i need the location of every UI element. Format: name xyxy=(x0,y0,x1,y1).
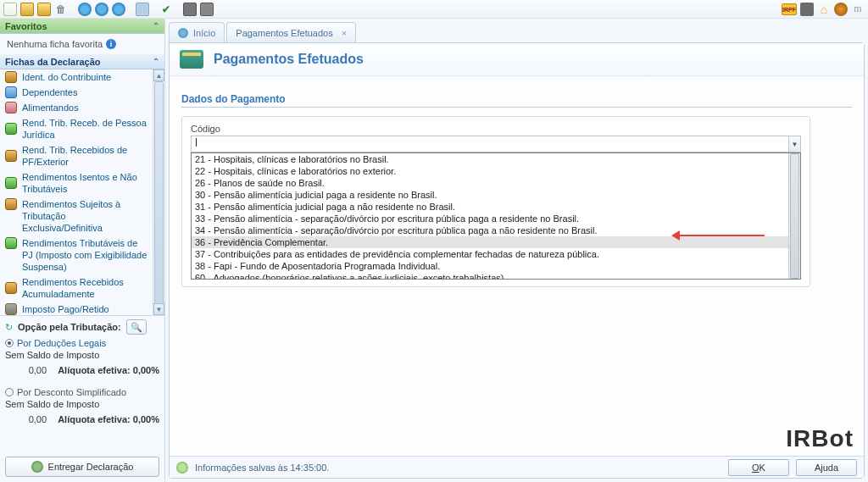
tab-home[interactable]: Início xyxy=(169,22,225,42)
radio-deducoes[interactable]: Por Deduções Legais xyxy=(5,338,159,348)
content-area: Início Pagamentos Efetuados × Pagamentos… xyxy=(165,19,868,482)
dropdown-option[interactable]: 22 - Hospitais, clínicas e laboratórios … xyxy=(192,165,800,177)
ficha-item[interactable]: Ident. do Contribuinte xyxy=(0,69,153,85)
chevron-up-icon: ⌃ xyxy=(153,57,159,66)
codigo-dropdown[interactable]: 21 - Hospitais, clínicas e laboratórios … xyxy=(191,152,801,280)
check-icon[interactable]: ✔ xyxy=(159,3,173,16)
doc-icon[interactable] xyxy=(183,3,197,16)
tab-active-label: Pagamentos Efetuados xyxy=(236,28,332,38)
section-title: Dados do Pagamento xyxy=(181,93,852,105)
tab-close-icon[interactable]: × xyxy=(342,28,347,38)
tab-active[interactable]: Pagamentos Efetuados × xyxy=(226,22,356,42)
radio-simplificado-label: Por Desconto Simplificado xyxy=(17,387,126,397)
ficha-item[interactable]: Dependentes xyxy=(0,85,153,100)
scroll-down-icon[interactable]: ▼ xyxy=(153,303,164,315)
scroll-thumb[interactable] xyxy=(154,81,164,315)
tax-option-box: ↻ Opção pela Tributação: 🔍 Por Deduções … xyxy=(0,315,164,452)
scroll-up-icon[interactable]: ▲ xyxy=(153,69,164,81)
new-icon[interactable] xyxy=(3,3,17,16)
favorites-header[interactable]: Favoritos ⌃ xyxy=(0,19,164,34)
rate-label-1: Alíquota efetiva: xyxy=(58,365,131,375)
dropdown-option[interactable]: 21 - Hospitais, clínicas e laboratórios … xyxy=(192,153,800,165)
ficha-label: Ident. do Contribuinte xyxy=(22,71,111,83)
favorites-empty-text: Nenhuma ficha favorita xyxy=(7,39,103,49)
magnify-button[interactable]: 🔍 xyxy=(126,319,147,335)
ficha-label: Rendimentos Tributáveis de PJ (Imposto c… xyxy=(22,237,147,273)
fichas-scrollbar[interactable]: ▲ ▼ xyxy=(153,69,164,315)
irpf-icon[interactable]: IRPF xyxy=(782,3,797,15)
no-balance-text-1: Sem Saldo de Imposto xyxy=(5,350,159,360)
dropdown-option[interactable]: 31 - Pensão alimentícia judicial paga a … xyxy=(192,201,800,213)
ficha-label: Imposto Pago/Retido xyxy=(22,303,109,315)
ficha-icon xyxy=(5,282,17,294)
dropdown-option[interactable]: 34 - Pensão alimentícia - separação/divó… xyxy=(192,224,800,236)
ficha-item[interactable]: Rend. Trib. Recebidos de PF/Exterior xyxy=(0,142,153,169)
dropdown-option[interactable]: 36 - Previdência Complementar. xyxy=(192,236,800,248)
dropdown-arrow-icon[interactable]: ▼ xyxy=(788,136,800,152)
home-icon[interactable]: ⌂ xyxy=(817,3,831,16)
print-icon[interactable] xyxy=(136,3,149,16)
ficha-item[interactable]: Rend. Trib. Receb. de Pessoa Jurídica xyxy=(0,115,153,142)
dropdown-option[interactable]: 26 - Planos de saúde no Brasil. xyxy=(192,177,800,189)
favorites-body: Nenhuma ficha favorita i xyxy=(0,34,164,54)
ficha-icon xyxy=(5,123,17,135)
ficha-icon xyxy=(5,102,17,114)
form-box: Código | ▼ 21 - Hospitais, clínicas e la… xyxy=(181,116,810,287)
m-icon[interactable]: m xyxy=(851,3,865,16)
ficha-label: Rendimentos Isentos e Não Tributáveis xyxy=(22,171,147,195)
ficha-icon xyxy=(5,150,17,162)
chevron-up-icon: ⌃ xyxy=(153,21,159,30)
radio-icon xyxy=(5,388,14,396)
tax-option-title: Opção pela Tributação: xyxy=(18,322,121,332)
fichas-title: Fichas da Declaração xyxy=(5,57,101,67)
ficha-item[interactable]: Rendimentos Sujeitos à Tributação Exclus… xyxy=(0,197,153,235)
radio-simplificado[interactable]: Por Desconto Simplificado xyxy=(5,387,159,397)
trash-icon[interactable]: 🗑 xyxy=(54,3,68,16)
cloud-icon[interactable] xyxy=(95,3,108,16)
ficha-icon xyxy=(5,177,17,189)
ficha-icon xyxy=(5,198,17,210)
dropdown-option[interactable]: 37 - Contribuições para as entidades de … xyxy=(192,248,800,260)
amount-2: 0,00 xyxy=(29,414,47,424)
ok-button[interactable]: OK xyxy=(728,459,789,476)
deliver-label: Entregar Declaração xyxy=(48,462,134,472)
dropdown-option[interactable]: 30 - Pensão alimentícia judicial paga a … xyxy=(192,189,800,201)
radio-deducoes-label: Por Deduções Legais xyxy=(17,338,106,348)
chat-icon[interactable] xyxy=(800,3,814,16)
home-tab-icon xyxy=(178,28,188,38)
brand-label: IRBot xyxy=(786,425,854,452)
dropdown-option[interactable]: 38 - Fapi - Fundo de Aposentadoria Progr… xyxy=(192,260,800,272)
deliver-icon xyxy=(31,461,43,473)
ficha-item[interactable]: Rendimentos Tributáveis de PJ (Imposto c… xyxy=(0,235,153,274)
ficha-item[interactable]: Alimentandos xyxy=(0,100,153,115)
info-icon[interactable]: i xyxy=(106,39,116,49)
calc-icon[interactable] xyxy=(200,3,214,16)
globe-icon[interactable] xyxy=(112,3,125,16)
ficha-item[interactable]: Rendimentos Recebidos Acumuladamente xyxy=(0,274,153,302)
ficha-label: Rendimentos Sujeitos à Tributação Exclus… xyxy=(22,198,147,234)
bug-icon[interactable] xyxy=(834,3,848,16)
dropdown-scrollbar[interactable] xyxy=(788,153,800,279)
fichas-header[interactable]: Fichas da Declaração ⌃ xyxy=(0,54,164,69)
dropdown-option[interactable]: 33 - Pensão alimentícia - separação/divó… xyxy=(192,213,800,224)
ficha-label: Rendimentos Recebidos Acumuladamente xyxy=(22,276,147,300)
ficha-label: Alimentandos xyxy=(22,102,79,114)
scroll-thumb[interactable] xyxy=(790,153,799,279)
dropdown-option[interactable]: 60 - Advogados (honorários relativos a a… xyxy=(192,272,800,280)
open-icon[interactable] xyxy=(20,3,34,16)
ficha-icon xyxy=(5,237,17,249)
top-toolbar: 🗑 ✔ IRPF ⌂ m xyxy=(0,0,868,19)
panel-title-icon xyxy=(180,50,203,69)
save-icon[interactable] xyxy=(37,3,51,16)
help-button[interactable]: Ajuda xyxy=(796,459,857,476)
ficha-icon xyxy=(5,303,17,315)
amount-1: 0,00 xyxy=(29,365,47,375)
ficha-item[interactable]: Imposto Pago/Retido xyxy=(0,302,153,315)
panel-title: Pagamentos Efetuados xyxy=(214,52,364,67)
sync-icon[interactable] xyxy=(78,3,92,16)
ficha-item[interactable]: Rendimentos Isentos e Não Tributáveis xyxy=(0,169,153,197)
ficha-icon xyxy=(5,71,17,83)
radio-icon xyxy=(5,339,14,347)
codigo-input[interactable]: | ▼ xyxy=(191,136,801,152)
deliver-button[interactable]: Entregar Declaração xyxy=(5,457,159,477)
